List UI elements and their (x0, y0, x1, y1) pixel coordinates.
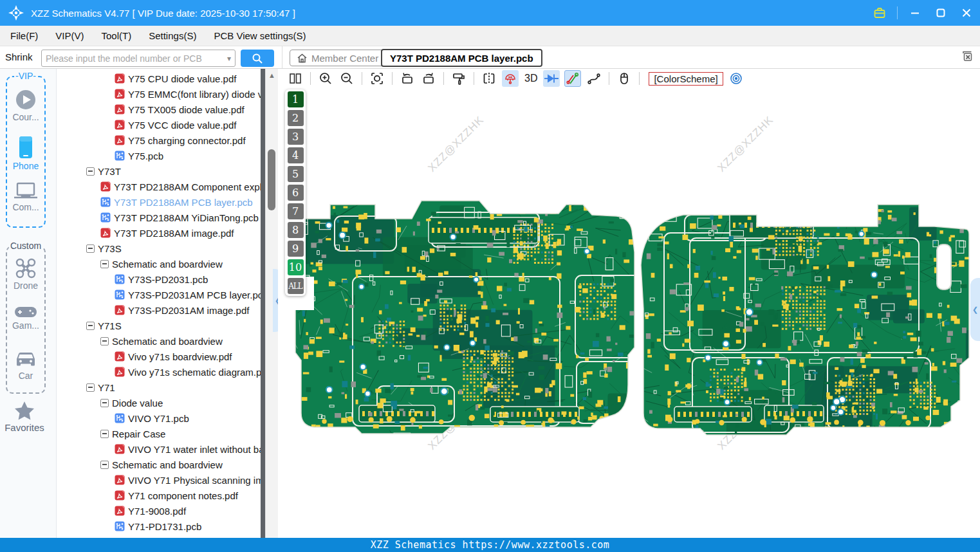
collapse-toggle-icon[interactable] (100, 337, 109, 345)
tree-item[interactable]: Y73T PD2188AM PCB layer.pcb (57, 194, 261, 210)
menu-item[interactable]: File(F) (10, 30, 38, 41)
tree-item[interactable]: Y73S (57, 241, 261, 256)
layer-button-6[interactable]: 6 (288, 185, 304, 201)
collapse-toggle-icon[interactable] (86, 167, 95, 176)
tree-item[interactable]: Y73S-PD2031AM image.pdf (57, 302, 261, 318)
collapse-toggle-icon[interactable] (86, 322, 95, 330)
view-rings-icon[interactable] (728, 70, 744, 87)
menu-item[interactable]: PCB View settings(S) (214, 30, 306, 41)
tree-item[interactable]: Diode value (57, 395, 261, 410)
measure-probe-button[interactable] (564, 70, 581, 87)
custom-group-label: Custom (9, 241, 42, 251)
tree-item[interactable]: Y75 charging connector.pdf (57, 133, 261, 148)
tree-item[interactable]: Y71 (57, 380, 261, 395)
chevron-down-icon[interactable]: ▾ (227, 54, 231, 63)
rotate-left-button[interactable] (399, 70, 416, 87)
tree-item[interactable]: Y73T PD2188AM image.pdf (57, 225, 261, 241)
sidebar-item-cour[interactable]: Cour... (7, 89, 44, 122)
layer-button-7[interactable]: 7 (288, 203, 304, 219)
tree-item[interactable]: Schematic and boardview (57, 256, 261, 271)
mouse-settings-button[interactable] (616, 70, 633, 87)
pdf-file-icon (115, 444, 125, 454)
tree-item[interactable]: VIVO Y71 Physical scanning ima (57, 472, 261, 488)
collapse-toggle-icon[interactable] (86, 244, 95, 253)
tree-item-label: Y73T PD2188AM PCB layer.pcb (114, 197, 253, 208)
tree-item[interactable]: VIVO Y71.pcb (57, 410, 261, 426)
tree-item[interactable]: Y73T (57, 163, 261, 179)
tree-item[interactable]: Y71S (57, 318, 261, 333)
close-button[interactable] (958, 5, 975, 21)
collapse-toggle-icon[interactable] (86, 383, 95, 392)
layer-button-8[interactable]: 8 (288, 222, 304, 238)
tree-item[interactable]: Y75.pcb (57, 148, 261, 163)
layer-button-4[interactable]: 4 (288, 147, 304, 163)
zoom-out-button[interactable] (338, 70, 355, 87)
tree-item[interactable]: Y71-PD1731.pcb (57, 519, 261, 534)
collapse-toggle-icon[interactable] (100, 399, 109, 407)
tree-item[interactable]: Schematic and boardview (57, 333, 261, 349)
colorscheme-button[interactable]: [ColorScheme] (649, 72, 723, 86)
minimize-button[interactable] (907, 5, 923, 21)
panel-splitter[interactable] (261, 69, 265, 538)
layer-button-5[interactable]: 5 (288, 166, 304, 182)
member-center-button[interactable]: Member Center (290, 50, 385, 66)
pcb-canvas[interactable]: XZZ@XZZHKXZZ@XZZHKXZZ@XZZHKXZZ@XZZHK (278, 88, 980, 538)
menu-item[interactable]: Settings(S) (149, 30, 196, 41)
scroll-up-icon[interactable]: ▲ (268, 71, 275, 79)
fit-view-button[interactable] (369, 70, 385, 87)
rotate-right-button[interactable] (420, 70, 437, 87)
menu-item[interactable]: VIP(V) (55, 30, 84, 41)
vip-briefcase-icon[interactable] (871, 5, 888, 21)
collapse-toggle-icon[interactable] (100, 430, 109, 438)
maximize-button[interactable] (932, 5, 949, 21)
sidebar-item-favorites[interactable]: Favorites (0, 400, 49, 433)
tree-item[interactable]: Y73T PD2188AM YiDianTong.pcb (57, 210, 261, 225)
close-document-icon[interactable] (961, 50, 974, 62)
layer-button-1[interactable]: 1 (288, 91, 304, 107)
tree-item[interactable]: Repair Case (57, 426, 261, 441)
sidebar-item-phone[interactable]: Phone (7, 135, 44, 171)
tree-item[interactable]: Y75 VCC diode value.pdf (57, 117, 261, 133)
layer-button-all[interactable]: ALL (288, 278, 304, 294)
collapse-right-panel-handle[interactable]: ❮ (970, 278, 980, 341)
tree-item-label: Y73S-PD2031AM PCB layer.pcb (128, 290, 261, 300)
curve-path-button[interactable] (586, 70, 602, 87)
lamp-highlight-button[interactable] (502, 70, 519, 87)
zoom-in-button[interactable] (317, 70, 334, 87)
tree-item[interactable]: Y75 TX005 diode value.pdf (57, 102, 261, 117)
tree-item[interactable]: Vivo y71s boardview.pdf (57, 349, 261, 364)
tree-item[interactable]: Y73S-PD2031AM PCB layer.pcb (57, 287, 261, 302)
paint-roller-button[interactable] (450, 70, 467, 87)
tree-item[interactable]: Y75 EMMC(font library) diode v (57, 86, 261, 102)
sidebar-item-car[interactable]: Car (7, 350, 44, 381)
tree-item[interactable]: Y75 CPU diode value.pdf (57, 71, 261, 86)
tree-item[interactable]: Schematic and boardview (57, 457, 261, 472)
diode-mode-button[interactable] (543, 70, 560, 87)
sidebar-item-com[interactable]: Com... (7, 181, 44, 212)
tree-item[interactable]: Y71 component notes.pdf (57, 488, 261, 503)
layer-button-10[interactable]: 10 (288, 259, 304, 275)
collapse-toggle-icon[interactable] (100, 260, 109, 268)
menu-item[interactable]: Tool(T) (102, 30, 132, 41)
3d-view-button[interactable]: 3D (523, 73, 539, 84)
document-tab[interactable]: Y73T PD2188AM PCB layer.pcb (381, 49, 542, 67)
search-input-wrap[interactable]: ▾ (41, 50, 236, 67)
sidebar-item-drone[interactable]: Drone (7, 257, 44, 291)
tree-item[interactable]: Y71-9008.pdf (57, 503, 261, 519)
shrink-button[interactable]: Shrink (5, 51, 33, 62)
search-icon (251, 52, 264, 65)
collapse-toggle-icon[interactable] (100, 461, 109, 469)
layer-button-3[interactable]: 3 (288, 129, 304, 145)
tree-item[interactable]: VIVO Y71 water inlet without ba (57, 441, 261, 457)
layer-button-9[interactable]: 9 (288, 241, 304, 257)
split-view-button[interactable] (287, 70, 304, 87)
tree-item[interactable]: Y73T PD2188AM Component expla (57, 179, 261, 194)
search-input[interactable] (42, 53, 227, 64)
layer-button-2[interactable]: 2 (288, 110, 304, 126)
tree-item[interactable]: Y73S-PD2031.pcb (57, 271, 261, 287)
sidebar-item-gam[interactable]: Gam... (7, 305, 44, 331)
scrollbar-thumb[interactable] (268, 149, 275, 210)
mirror-flip-button[interactable] (481, 70, 497, 87)
tree-item[interactable]: Vivo y71s schematic diagram.pc (57, 364, 261, 380)
search-button[interactable] (241, 50, 274, 67)
